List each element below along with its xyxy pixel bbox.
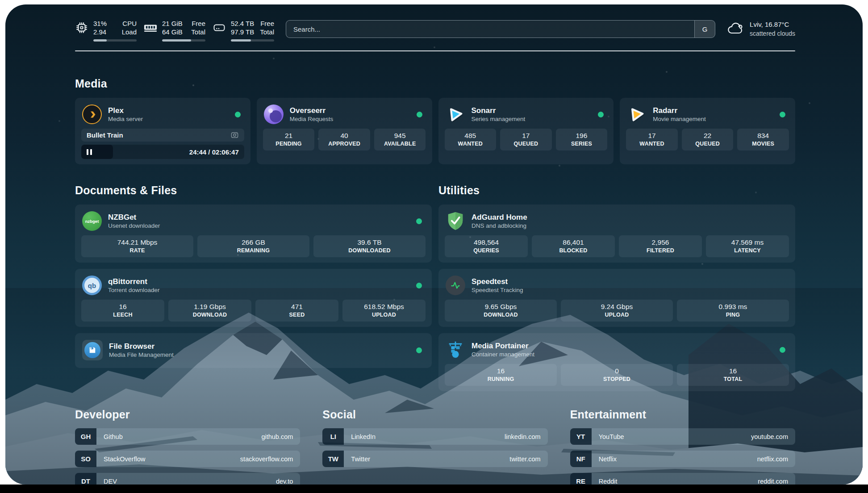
bookmark-dev[interactable]: DT DEV dev.to xyxy=(75,473,300,485)
disk-stat-block: 52.4 TB 97.9 TB Free Total xyxy=(231,19,274,42)
app-subtitle: Media Requests xyxy=(290,115,334,123)
card-plex[interactable]: Plex Media server Bullet Train xyxy=(75,98,250,164)
stat-tile: 744.21 Mbps RATE xyxy=(81,235,193,257)
sonarr-logo-icon xyxy=(446,104,465,124)
developer-column: Developer GH Github github.com SO StackO… xyxy=(75,408,300,485)
bookmark-name: Github xyxy=(104,433,123,440)
disk-stat-group: 52.4 TB 97.9 TB Free Total xyxy=(213,19,274,42)
disk-label-line1: Free xyxy=(260,20,274,27)
weather-location-temp: Lviv, 16.87°C xyxy=(750,20,795,29)
card-qbittorrent[interactable]: qb qBittorrent Torrent downloader 16 LEE… xyxy=(75,269,432,327)
stat-tile: 485 WANTED xyxy=(445,129,497,150)
ram-label-line2: Total xyxy=(191,28,205,36)
app-subtitle: Speedtest Tracking xyxy=(472,286,523,294)
stat-tile: 17 WANTED xyxy=(626,129,678,150)
disk-progress-fill xyxy=(231,39,251,42)
app-name: qBittorrent xyxy=(108,277,160,286)
card-overseerr[interactable]: Overseerr Media Requests 21 PENDING 40 A… xyxy=(257,98,432,164)
utilities-column: Utilities xyxy=(438,184,795,391)
stat-tile: 39.6 TB DOWNLOADED xyxy=(313,235,426,257)
status-dot xyxy=(780,347,785,353)
status-dot xyxy=(780,112,785,117)
status-dot xyxy=(417,112,422,117)
stat-tile: 16 LEECH xyxy=(81,300,164,322)
bookmark-abbr: GH xyxy=(75,428,96,445)
ram-total-value: 64 GiB xyxy=(162,28,183,36)
bookmark-name: StackOverflow xyxy=(104,455,145,463)
bookmark-name: Netflix xyxy=(599,455,617,463)
stat-tile: 196 SERIES xyxy=(556,129,608,150)
app-name: Speedtest xyxy=(472,277,523,286)
app-name: Sonarr xyxy=(472,106,526,115)
stat-tile: 86,401 BLOCKED xyxy=(532,235,615,257)
section-title-media: Media xyxy=(75,77,795,90)
bookmark-linkedin[interactable]: LI LinkedIn linkedin.com xyxy=(322,428,547,445)
card-speedtest[interactable]: Speedtest Speedtest Tracking 9.65 Gbps D… xyxy=(438,269,795,327)
entertainment-column: Entertainment YT YouTube youtube.com NF … xyxy=(570,408,795,485)
status-dot xyxy=(598,112,604,117)
stat-tile: 0.993 ms PING xyxy=(677,300,789,322)
top-bar: 31% 2.94 CPU Load xyxy=(75,4,795,42)
stat-tile: 834 MOVIES xyxy=(737,129,789,150)
disk-total-value: 97.9 TB xyxy=(231,28,254,36)
app-subtitle: Series management xyxy=(472,115,526,123)
qbittorrent-logo-icon: qb xyxy=(82,276,102,295)
header-divider xyxy=(75,50,795,51)
ram-free-value: 21 GiB xyxy=(162,20,183,27)
stat-tile: 47.569 ms LATENCY xyxy=(706,235,789,257)
bookmark-abbr: DT xyxy=(75,473,96,485)
card-portainer[interactable]: Media Portainer Container management 16 … xyxy=(438,333,795,391)
search-engine-button[interactable]: G xyxy=(694,21,715,38)
bookmark-url: stackoverflow.com xyxy=(240,455,293,463)
stat-tile: 0 STOPPED xyxy=(561,364,673,386)
card-filebrowser[interactable]: File Browser Media File Management xyxy=(75,333,432,368)
ram-progress-track xyxy=(162,39,205,42)
weather-widget: Lviv, 16.87°C scattered clouds xyxy=(727,20,795,38)
ram-stat-group: 21 GiB 64 GiB Free Total xyxy=(144,19,205,42)
cpu-label-line2: Load xyxy=(122,28,137,36)
weather-condition: scattered clouds xyxy=(750,29,795,38)
disk-free-value: 52.4 TB xyxy=(231,20,254,27)
stat-tile: 618.52 Mbps UPLOAD xyxy=(342,300,426,322)
cpu-icon xyxy=(75,21,88,34)
bookmark-stackoverflow[interactable]: SO StackOverflow stackoverflow.com xyxy=(75,451,300,467)
cpu-percent: 31% xyxy=(93,20,107,27)
cpu-label-line1: CPU xyxy=(122,20,137,27)
card-adguard[interactable]: AdGuard Home DNS and adblocking 498,564 … xyxy=(438,205,795,263)
search-input[interactable] xyxy=(286,21,694,38)
adguard-logo-icon xyxy=(446,211,465,231)
session-camera-icon xyxy=(230,131,239,139)
app-name: Plex xyxy=(108,106,143,115)
playback-played-fill xyxy=(81,145,113,159)
documents-column: Documents & Files nzbget NZBGet Usenet d… xyxy=(75,184,432,391)
disk-icon xyxy=(213,21,226,34)
search-bar: G xyxy=(286,20,715,38)
radarr-logo-icon xyxy=(627,104,647,124)
app-subtitle: Container management xyxy=(472,351,534,358)
cpu-load-value: 2.94 xyxy=(93,28,106,36)
ram-icon xyxy=(144,21,157,34)
app-subtitle: Media server xyxy=(108,115,143,123)
stat-tile: 266 GB REMAINING xyxy=(197,235,309,257)
bottom-letterbox xyxy=(0,485,868,493)
overseerr-logo-icon xyxy=(264,104,284,124)
bookmark-github[interactable]: GH Github github.com xyxy=(75,428,300,445)
app-subtitle: Movie management xyxy=(653,115,706,123)
status-dot xyxy=(416,283,422,288)
bookmark-twitter[interactable]: TW Twitter twitter.com xyxy=(322,451,547,467)
bookmark-name: YouTube xyxy=(599,433,624,440)
bookmark-reddit[interactable]: RE Reddit reddit.com xyxy=(570,473,795,485)
disk-label-line2: Total xyxy=(260,28,274,36)
cpu-stat-block: 31% 2.94 CPU Load xyxy=(93,19,137,42)
card-radarr[interactable]: Radarr Movie management 17 WANTED 22 QUE… xyxy=(620,98,795,164)
card-nzbget[interactable]: nzbget NZBGet Usenet downloader 744.21 M… xyxy=(75,205,432,263)
bookmark-netflix[interactable]: NF Netflix netflix.com xyxy=(570,451,795,467)
stat-tile: 16 RUNNING xyxy=(445,364,557,386)
card-sonarr[interactable]: Sonarr Series management 485 WANTED 17 Q… xyxy=(438,98,614,164)
app-name: NZBGet xyxy=(108,213,160,222)
cpu-progress-track xyxy=(93,39,137,42)
bookmark-youtube[interactable]: YT YouTube youtube.com xyxy=(570,428,795,445)
stat-tile: 1.19 Gbps DOWNLOAD xyxy=(168,300,251,322)
bookmark-url: netflix.com xyxy=(757,455,788,463)
section-title-social: Social xyxy=(322,408,547,421)
